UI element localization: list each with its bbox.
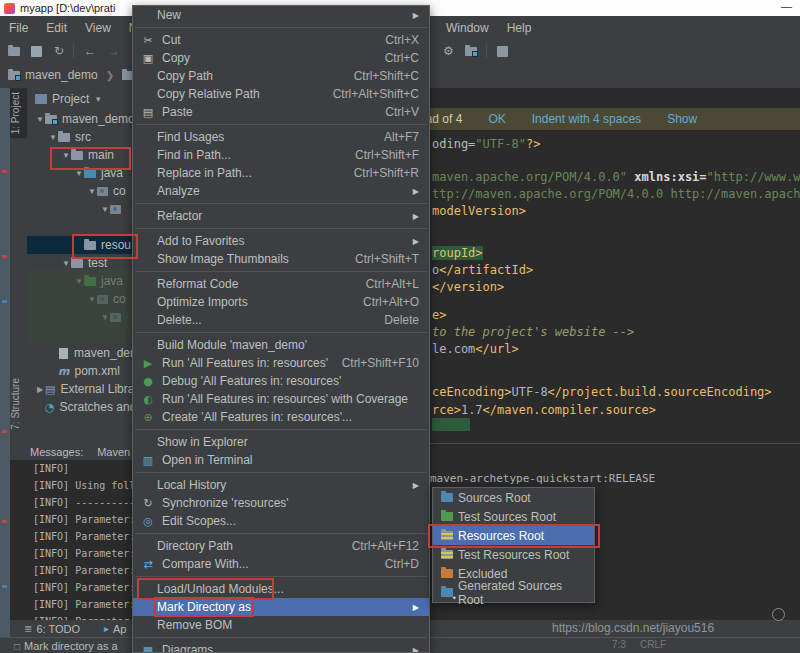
submenu-item-test-resources-root[interactable]: Test Resources Root [433,545,594,564]
submenu-item-test-sources-root[interactable]: Test Sources Root [433,507,594,526]
tree-arrow-right-icon[interactable]: ▶ [35,385,45,394]
menu-item-load-unload-modules[interactable]: Load/Unload Modules... [133,580,429,598]
back-arrow-icon[interactable]: ← [84,44,96,58]
menu-item-paste[interactable]: ▤PasteCtrl+V [133,103,429,121]
stripe-7-structure[interactable]: 7: Structure [10,378,27,430]
menu-view[interactable]: View [76,21,120,35]
menu-item-directory-path[interactable]: Directory PathCtrl+Alt+F12 [133,537,429,555]
menu-item-create-all-features-in-resources[interactable]: ⊕Create 'All Features in: resources'... [133,408,429,426]
code-line: e> [432,308,446,323]
code-line: roupId> [432,246,483,261]
menu-item-label: Replace in Path... [157,166,252,180]
menu-item-copy-path[interactable]: Copy PathCtrl+Shift+C [133,67,429,85]
banner-ok-link[interactable]: OK [488,112,505,126]
wrench-icon[interactable]: ⚙ [443,44,454,58]
menu-item-cut[interactable]: ✂CutCtrl+X [133,31,429,49]
submenu-item-generated-sources-root[interactable]: Generated Sources Root [433,583,594,602]
tree-item-item[interactable]: ▼ [27,200,132,218]
menu-item-label: Find Usages [157,130,224,144]
menu-edit[interactable]: Edit [37,21,76,35]
tree-item-co[interactable]: ▼co [27,182,132,200]
menu-item-find-in-path[interactable]: Find in Path...Ctrl+Shift+F [133,146,429,164]
tree-item-java[interactable]: ▼java [27,164,132,182]
stripe-1-project[interactable]: 1: Project [10,88,27,138]
tree-arrow-down-icon[interactable]: ▼ [35,115,45,124]
tree-arrow-down-icon[interactable]: ▼ [100,205,110,214]
tab-messages[interactable]: Messages: [30,446,83,458]
breadcrumb-maven-demo[interactable]: maven_demo [8,68,98,82]
tree-item-maven-dem[interactable]: maven_dem [27,344,132,362]
tree-arrow-down-icon[interactable]: ▼ [48,133,58,142]
menu-item-build-module-maven-demo[interactable]: Build Module 'maven_demo' [133,336,429,354]
menu-item-delete[interactable]: Delete...Delete [133,311,429,329]
save-all-icon[interactable] [497,46,508,57]
menu-item-edit-scopes[interactable]: ◎Edit Scopes... [133,512,429,530]
tree-item-external-librar[interactable]: ▶▤External Librar [27,380,132,398]
menu-item-refactor[interactable]: Refactor▶ [133,207,429,225]
diagram-icon: ▦ [139,644,157,653]
menu-help[interactable]: Help [498,21,541,35]
menu-item-add-to-favorites[interactable]: Add to Favorites▶ [133,232,429,250]
app-servers-tab[interactable]: Ap [113,623,126,635]
project-structure-icon[interactable] [465,47,477,56]
submenu-item-resources-root[interactable]: Resources Root [433,526,594,545]
forward-arrow-icon[interactable]: → [108,44,120,58]
menu-item-new[interactable]: New▶ [133,6,429,24]
background-task-icon[interactable] [772,608,785,621]
project-panel-header[interactable]: Project ▼ [27,88,132,110]
menu-item-reformat-code[interactable]: Reformat CodeCtrl+Alt+L [133,275,429,293]
package-icon [110,205,121,214]
menu-separator [135,637,427,638]
menu-item-label: Add to Favorites [157,234,244,248]
tree-item-maven-demo[interactable]: ▼maven_demo [27,110,132,128]
menu-item-optimize-imports[interactable]: Optimize ImportsCtrl+Alt+O [133,293,429,311]
menu-item-compare-with[interactable]: ⇄Compare With...Ctrl+D [133,555,429,573]
menu-item-analyze[interactable]: Analyze▶ [133,182,429,200]
menu-item-synchronize-resources[interactable]: ↻Synchronize 'resources' [133,494,429,512]
open-folder-icon[interactable] [8,47,20,56]
tree-item-src[interactable]: ▼src [27,128,132,146]
menu-window[interactable]: Window [437,21,498,35]
list-icon: ≣ [24,623,32,634]
compare-icon: ⇄ [139,558,157,571]
todo-tab[interactable]: 6: TODO [36,623,80,635]
menu-item-copy-relative-path[interactable]: Copy Relative PathCtrl+Alt+Shift+C [133,85,429,103]
menu-item-debug-all-features-in-resources[interactable]: ●Debug 'All Features in: resources' [133,372,429,390]
tree-item-main[interactable]: ▼main [27,146,132,164]
menu-item-run-all-features-in-resources-with-coverage[interactable]: ◐Run 'All Features in: resources' with C… [133,390,429,408]
menu-item-local-history[interactable]: Local History▶ [133,476,429,494]
menu-item-label: Create 'All Features in: resources'... [162,410,352,424]
tree-item-resou[interactable]: resou [27,236,132,254]
submenu-arrow-icon: ▶ [413,481,419,490]
line-ending-indicator[interactable]: CRLF [640,639,666,650]
menu-item-mark-directory-as[interactable]: Mark Directory as▶ [133,598,429,616]
tree-arrow-down-icon[interactable]: ▼ [61,259,71,268]
menu-item-remove-bom[interactable]: Remove BOM [133,616,429,634]
menu-item-show-image-thumbnails[interactable]: Show Image ThumbnailsCtrl+Shift+T [133,250,429,268]
minimize-button[interactable]: — [781,0,792,12]
menu-separator [135,576,427,577]
menu-item-diagrams[interactable]: ▦Diagrams▶ [133,641,429,653]
editor-pane[interactable]: istead of 4 OK Indent with 4 spaces Show… [405,88,800,443]
tree-arrow-down-icon[interactable]: ▼ [74,169,84,178]
save-icon[interactable] [31,46,42,57]
tree-arrow-down-icon[interactable]: ▼ [87,187,97,196]
sync-icon[interactable]: ↻ [54,44,64,58]
menu-item-find-usages[interactable]: Find UsagesAlt+F7 [133,128,429,146]
menu-item-open-in-terminal[interactable]: ▥Open in Terminal [133,451,429,469]
tab-maven[interactable]: Maven [97,446,130,458]
tree-item-pom-xml[interactable]: mpom.xml [27,362,132,380]
caret-position[interactable]: 7:3 [612,639,626,650]
menu-item-copy[interactable]: ▣CopyCtrl+C [133,49,429,67]
submenu-item-sources-root[interactable]: Sources Root [433,488,594,507]
menu-item-replace-in-path[interactable]: Replace in Path...Ctrl+Shift+R [133,164,429,182]
menu-item-run-all-features-in-resources[interactable]: ▶Run 'All Features in: resources'Ctrl+Sh… [133,354,429,372]
menu-file[interactable]: File [0,21,37,35]
tree-arrow-down-icon[interactable]: ▼ [61,151,71,160]
menu-item-label: Delete... [157,313,202,327]
tree-item-scratches-and[interactable]: ◔Scratches and [27,398,132,416]
project-panel-title: Project [52,92,89,106]
menu-item-show-in-explorer[interactable]: Show in Explorer [133,433,429,451]
banner-indent-link[interactable]: Indent with 4 spaces [532,112,641,126]
banner-show-link[interactable]: Show [667,112,697,126]
